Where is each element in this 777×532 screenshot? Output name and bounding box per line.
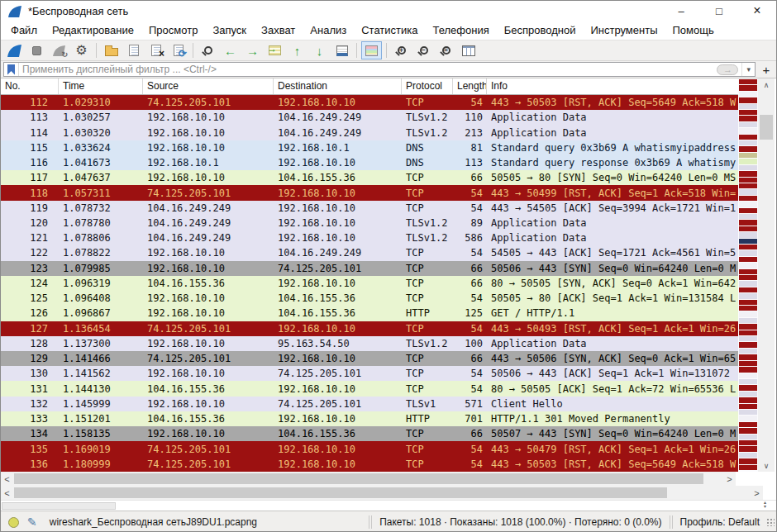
column-header-no[interactable]: No. (1, 78, 59, 94)
colorize-packets-icon[interactable] (361, 41, 382, 59)
scroll-left-icon[interactable]: < (1, 472, 13, 486)
packet-cell-info: 443 → 50503 [RST, ACK] Seq=5649 Ack=518 … (487, 97, 738, 108)
packet-cell-destination: 74.125.205.101 (274, 398, 402, 410)
packet-row[interactable]: 1301.141562192.168.10.1074.125.205.101TC… (1, 366, 738, 381)
apply-filter-button[interactable]: → (717, 64, 738, 75)
reload-file-icon[interactable]: ⟳ (168, 41, 188, 59)
packet-row[interactable]: 1311.144130104.16.155.36192.168.10.10TCP… (1, 381, 738, 396)
packet-row[interactable]: 1231.079985192.168.10.1074.125.205.101TC… (1, 261, 738, 276)
column-header-info[interactable]: Info (487, 78, 738, 94)
vscroll-thumb[interactable] (760, 115, 773, 140)
packet-row[interactable]: 1251.096408192.168.10.10104.16.155.36TCP… (1, 291, 738, 306)
maximize-button[interactable]: □ (700, 1, 738, 21)
hscroll-thumb[interactable] (14, 487, 667, 498)
capture-comment-icon[interactable]: ✎ (27, 516, 37, 528)
menu-item-telephony[interactable]: Телефония (425, 22, 496, 38)
capture-filename[interactable]: wireshark_Беспроводная сетьJ89DU1.pcapng (50, 516, 257, 528)
packet-row[interactable]: 1121.02931074.125.205.101192.168.10.10TC… (1, 95, 738, 110)
packet-cell-length: 54 (453, 323, 487, 335)
filter-dropdown-button[interactable]: ▾ (741, 63, 755, 76)
start-capture-icon[interactable] (4, 41, 25, 59)
lower-pane-hscrollbar[interactable]: < > (1, 486, 763, 500)
packet-row[interactable]: 1151.033624192.168.10.10192.168.10.1DNS8… (1, 140, 738, 155)
packet-row[interactable]: 1181.05731174.125.205.101192.168.10.10TC… (1, 185, 738, 200)
minimap-stripe (739, 397, 757, 402)
packet-cell-no: 118 (1, 188, 59, 199)
menu-item-wireless[interactable]: Беспроводной (497, 22, 584, 38)
hscroll-thumb[interactable] (14, 473, 703, 484)
column-header-destination[interactable]: Destination (274, 78, 402, 94)
menu-item-go[interactable]: Запуск (205, 22, 254, 38)
packet-row[interactable]: 1351.16901974.125.205.101192.168.10.10TC… (1, 441, 738, 456)
packet-row[interactable]: 1321.145999192.168.10.1074.125.205.101TL… (1, 397, 738, 411)
find-packet-icon[interactable] (198, 41, 218, 59)
menu-item-edit[interactable]: Редактирование (45, 22, 141, 38)
go-last-packet-icon[interactable]: ↓ (309, 41, 330, 59)
add-filter-button[interactable]: + (759, 62, 774, 77)
menu-item-capture[interactable]: Захват (254, 22, 303, 38)
expert-info-icon[interactable] (8, 517, 19, 528)
packet-row[interactable]: 1241.096319104.16.155.36192.168.10.10TCP… (1, 276, 738, 291)
column-header-source[interactable]: Source (143, 78, 274, 94)
column-header-protocol[interactable]: Protocol (402, 78, 453, 94)
capture-options-icon[interactable]: ⚙ (71, 41, 92, 59)
resize-columns-icon[interactable] (458, 41, 479, 59)
zoom-out-icon[interactable]: − (413, 41, 434, 59)
packet-row[interactable]: 1331.151201104.16.155.36192.168.10.10HTT… (1, 411, 738, 426)
go-to-packet-icon[interactable]: → (265, 41, 285, 59)
packet-row[interactable]: 1191.078732104.16.249.249192.168.10.10TC… (1, 201, 738, 216)
packet-row[interactable]: 1141.030320192.168.10.10104.16.249.249TL… (1, 125, 738, 140)
close-button[interactable]: × (738, 1, 776, 21)
save-file-icon[interactable] (123, 41, 144, 59)
packet-cell-info: HTTP/1.1 301 Moved Permanently (487, 413, 738, 425)
packet-row[interactable]: 1361.18099974.125.205.101192.168.10.10TC… (1, 457, 738, 472)
menu-item-file[interactable]: Файл (3, 22, 45, 38)
open-file-icon[interactable] (101, 41, 122, 59)
filter-bookmark-button[interactable] (4, 63, 19, 76)
menu-item-help[interactable]: Помощь (665, 22, 722, 38)
packet-row[interactable]: 1211.078806104.16.249.249192.168.10.10TL… (1, 230, 738, 245)
toolbar-separator (193, 43, 193, 58)
stop-capture-icon[interactable] (26, 41, 47, 59)
packet-row[interactable]: 1271.13645474.125.205.101192.168.10.10TC… (1, 321, 738, 336)
scroll-down-icon[interactable]: ∨ (758, 459, 775, 472)
column-header-time[interactable]: Time (59, 78, 143, 94)
close-file-icon[interactable]: × (145, 41, 166, 59)
scroll-left-icon[interactable]: < (1, 486, 13, 500)
scroll-right-icon[interactable]: > (751, 486, 763, 500)
mini-vertical-scrollbar[interactable]: ▴ ▾ (764, 501, 766, 509)
menu-item-tools[interactable]: Инструменты (583, 22, 665, 38)
packet-list-hscrollbar[interactable]: < > (1, 472, 736, 486)
packet-row[interactable]: 1161.041673192.168.10.1192.168.10.10DNS1… (1, 155, 738, 170)
packet-row[interactable]: 1221.078822192.168.10.10104.16.249.249TC… (1, 245, 738, 260)
packet-row[interactable]: 1281.137300192.168.10.1095.163.54.50TLSv… (1, 336, 738, 351)
zoom-in-icon[interactable]: + (391, 41, 412, 59)
display-filter-input[interactable] (19, 64, 717, 75)
go-first-packet-icon[interactable]: ↑ (287, 41, 307, 59)
packet-row[interactable]: 1341.158135192.168.10.10104.16.155.36TCP… (1, 426, 738, 441)
minimize-button[interactable]: – (662, 1, 700, 21)
packet-row[interactable]: 1201.078780104.16.249.249192.168.10.10TL… (1, 216, 738, 230)
packet-row[interactable]: 1261.096867192.168.10.10104.16.155.36HTT… (1, 306, 738, 321)
packet-counts: Пакеты: 1018 · Показаны: 1018 (100.0%) ·… (379, 516, 661, 528)
menu-item-statistics[interactable]: Статистика (354, 22, 425, 38)
restart-capture-icon[interactable]: ↻ (49, 41, 69, 59)
scroll-right-icon[interactable]: > (723, 472, 736, 486)
resize-grip[interactable] (766, 518, 775, 526)
vertical-scrollbar[interactable]: ∧ ∨ (758, 78, 775, 472)
packet-row[interactable]: 1291.14146674.125.205.101192.168.10.10TC… (1, 351, 738, 366)
mini-scroll-down-icon[interactable]: ▾ (764, 505, 766, 509)
packet-row[interactable]: 1171.047637192.168.10.10104.16.155.36TCP… (1, 170, 738, 185)
auto-scroll-icon[interactable] (331, 41, 352, 59)
go-forward-icon[interactable]: → (242, 41, 263, 59)
minimap-stripe (739, 226, 757, 231)
scroll-up-icon[interactable]: ∧ (758, 78, 775, 91)
column-header-length[interactable]: Length (453, 78, 487, 94)
packet-row[interactable]: 1131.030257192.168.10.10104.16.249.249TL… (1, 110, 738, 125)
menu-item-analyze[interactable]: Анализ (303, 22, 354, 38)
pane-splitter-handle[interactable] (2, 502, 116, 510)
menu-item-view[interactable]: Просмотр (141, 22, 205, 38)
zoom-reset-icon[interactable]: = (436, 41, 456, 59)
profile-selector[interactable]: Профиль: Default (680, 516, 760, 528)
go-back-icon[interactable]: ← (220, 41, 241, 59)
